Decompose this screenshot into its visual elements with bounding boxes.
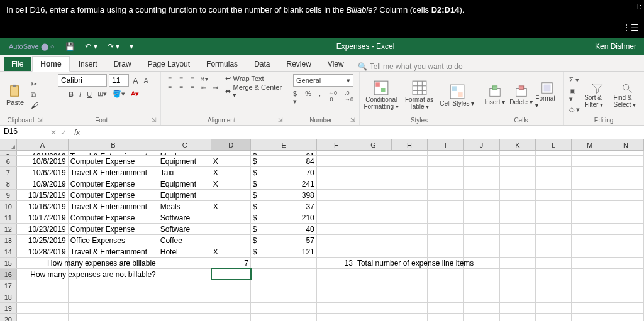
- cell[interactable]: X: [211, 201, 251, 212]
- save-icon[interactable]: 💾: [63, 41, 77, 52]
- clipboard-dialog-icon[interactable]: ⇲: [38, 117, 43, 123]
- font-name-input[interactable]: [58, 74, 107, 87]
- comma-format-icon[interactable]: ,: [317, 89, 323, 106]
- orientation-icon[interactable]: ⤭▾: [199, 74, 209, 83]
- cell[interactable]: 10/4/2019: [17, 151, 69, 155]
- align-top-icon[interactable]: ≡: [165, 74, 175, 83]
- cell[interactable]: 10/9/2019: [17, 178, 69, 189]
- find-select-button[interactable]: Find & Select ▾: [614, 82, 640, 108]
- number-dialog-icon[interactable]: ⇲: [350, 117, 355, 123]
- cell[interactable]: [211, 212, 251, 223]
- cell[interactable]: $398: [251, 190, 317, 200]
- col-header-I[interactable]: I: [428, 139, 464, 150]
- redo-icon[interactable]: ↷ ▾: [105, 41, 122, 52]
- col-header-F[interactable]: F: [317, 139, 355, 150]
- row-header[interactable]: 6: [0, 156, 17, 166]
- format-cells-button[interactable]: Format ▾: [535, 81, 559, 109]
- cell[interactable]: Taxi: [158, 167, 211, 178]
- cell[interactable]: [211, 224, 251, 234]
- col-header-C[interactable]: C: [158, 139, 211, 150]
- cell[interactable]: Equipment: [158, 156, 211, 166]
- cell[interactable]: Travel & Entertainment: [69, 201, 158, 212]
- cell[interactable]: Coffee: [158, 235, 211, 246]
- tab-view[interactable]: View: [320, 57, 352, 71]
- select-all-corner[interactable]: [0, 139, 17, 150]
- tab-file[interactable]: File: [4, 57, 31, 71]
- cell[interactable]: Computer Expense: [69, 156, 158, 166]
- percent-format-icon[interactable]: %: [303, 89, 313, 106]
- cell[interactable]: 10/6/2019: [17, 156, 69, 166]
- cut-icon[interactable]: ✂: [31, 80, 38, 89]
- cell[interactable]: [211, 235, 251, 246]
- increase-indent-icon[interactable]: ⇥: [210, 83, 220, 92]
- format-as-table-button[interactable]: Format as Table ▾: [401, 80, 436, 110]
- col-header-L[interactable]: L: [536, 139, 572, 150]
- cell[interactable]: Software: [158, 212, 211, 223]
- cell[interactable]: X: [211, 167, 251, 178]
- wrap-text-button[interactable]: ↩Wrap Text: [225, 74, 283, 82]
- accounting-format-icon[interactable]: $ ▾: [291, 89, 299, 106]
- row-header[interactable]: 5: [0, 151, 17, 155]
- cell[interactable]: Travel & Entertainment: [69, 167, 158, 178]
- cell[interactable]: $70: [251, 167, 317, 178]
- cell[interactable]: $57: [251, 235, 317, 246]
- cell[interactable]: $241: [251, 178, 317, 189]
- increase-font-icon[interactable]: A: [131, 75, 140, 86]
- cell[interactable]: X: [211, 246, 251, 257]
- name-box[interactable]: D16: [0, 126, 45, 139]
- col-header-B[interactable]: B: [69, 139, 158, 150]
- sort-filter-button[interactable]: Sort & Filter ▾: [584, 82, 611, 108]
- col-header-M[interactable]: M: [572, 139, 608, 150]
- col-header-N[interactable]: N: [608, 139, 644, 150]
- row-header[interactable]: 10: [0, 201, 17, 212]
- cell-D15[interactable]: 7: [211, 258, 251, 268]
- row-header[interactable]: 19: [0, 303, 17, 313]
- insert-cells-button[interactable]: Insert ▾: [483, 85, 507, 106]
- tab-formulas[interactable]: Formulas: [199, 57, 245, 71]
- merge-center-button[interactable]: ⬌Merge & Center ▾: [225, 84, 283, 99]
- cell[interactable]: Computer Expense: [69, 212, 158, 223]
- cell[interactable]: Travel & Entertainment: [69, 151, 158, 155]
- cell-B16[interactable]: How many expenses are not billable?: [69, 269, 158, 280]
- cell[interactable]: 10/15/2019: [17, 190, 69, 200]
- cell[interactable]: X: [211, 156, 251, 166]
- delete-cells-button[interactable]: Delete ▾: [509, 85, 533, 106]
- col-header-H[interactable]: H: [392, 139, 428, 150]
- row-header[interactable]: 17: [0, 280, 17, 291]
- align-right-icon[interactable]: ≡: [187, 83, 197, 92]
- task-list-icon[interactable]: ⋮☰: [622, 23, 639, 33]
- cell[interactable]: Software: [158, 224, 211, 234]
- row-header[interactable]: 9: [0, 190, 17, 200]
- cell-B15[interactable]: How many expenses are billable: [69, 258, 158, 268]
- decrease-decimal-icon[interactable]: .0 →0: [343, 89, 355, 106]
- border-icon[interactable]: ⊞▾: [96, 89, 109, 99]
- italic-button[interactable]: I: [77, 90, 83, 99]
- row-header[interactable]: 20: [0, 314, 17, 321]
- fill-color-icon[interactable]: 🪣▾: [111, 89, 127, 99]
- col-header-J[interactable]: J: [464, 139, 499, 150]
- row-header[interactable]: 8: [0, 178, 17, 189]
- increase-decimal-icon[interactable]: ←0 .0: [326, 89, 339, 106]
- cell[interactable]: [211, 190, 251, 200]
- cell[interactable]: Meals: [158, 151, 211, 155]
- cell[interactable]: $121: [251, 246, 317, 257]
- cell[interactable]: Equipment: [158, 190, 211, 200]
- cell[interactable]: Hotel: [158, 246, 211, 257]
- row-header[interactable]: 18: [0, 291, 17, 302]
- formula-bar-input[interactable]: [89, 126, 644, 139]
- enter-formula-icon[interactable]: ✓: [60, 128, 67, 137]
- col-header-D[interactable]: D: [211, 139, 251, 150]
- cell[interactable]: Office Expenses: [69, 235, 158, 246]
- tab-home[interactable]: Home: [32, 56, 69, 72]
- tab-insert[interactable]: Insert: [71, 57, 105, 71]
- align-left-icon[interactable]: ≡: [165, 83, 175, 92]
- tab-data[interactable]: Data: [247, 57, 277, 71]
- cell[interactable]: $40: [251, 224, 317, 234]
- row-header[interactable]: 14: [0, 246, 17, 257]
- paste-button[interactable]: Paste: [4, 84, 26, 106]
- cell[interactable]: $84: [251, 156, 317, 166]
- col-header-A[interactable]: A: [17, 139, 69, 150]
- align-center-icon[interactable]: ≡: [176, 83, 186, 92]
- cell[interactable]: Equipment: [158, 178, 211, 189]
- cell[interactable]: 10/25/2019: [17, 235, 69, 246]
